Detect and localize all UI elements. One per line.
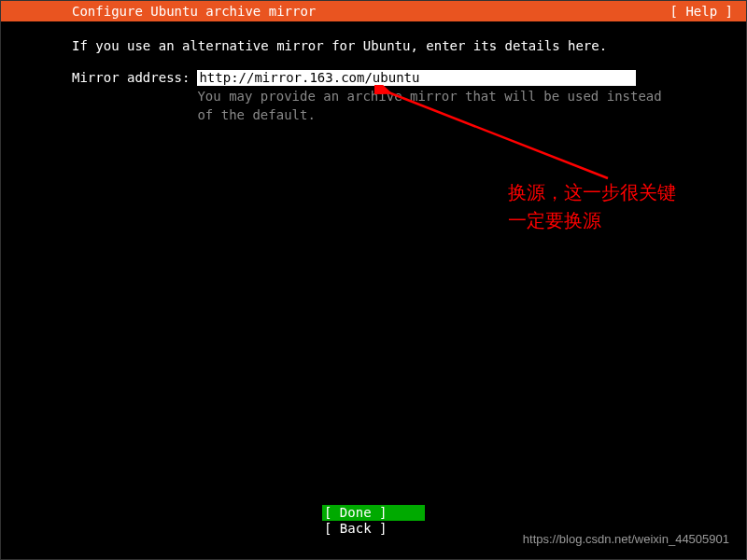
mirror-address-input[interactable]: http://mirror.163.com/ubuntu (197, 70, 636, 86)
mirror-help-text: You may provide an archive mirror that w… (197, 88, 675, 124)
input-container: http://mirror.163.com/ubuntu You may pro… (197, 70, 675, 124)
back-button[interactable]: [ Back ] (322, 521, 425, 537)
header-bar: Configure Ubuntu archive mirror [ Help ] (1, 1, 746, 21)
instruction-text: If you use an alternative mirror for Ubu… (72, 38, 675, 53)
annotation-text: 换源，这一步很关键 一定要换源 (508, 178, 676, 234)
done-button[interactable]: [ Done ] (322, 505, 425, 521)
help-link[interactable]: [ Help ] (670, 4, 733, 19)
annotation-line1: 换源，这一步很关键 (508, 178, 676, 206)
mirror-label: Mirror address: (72, 70, 190, 85)
page-title: Configure Ubuntu archive mirror (72, 4, 316, 19)
button-group: [ Done ] [ Back ] (322, 505, 425, 537)
content-area: If you use an alternative mirror for Ubu… (1, 21, 746, 124)
annotation-line2: 一定要换源 (508, 206, 676, 234)
mirror-form-row: Mirror address: http://mirror.163.com/ub… (72, 70, 675, 124)
watermark: https://blog.csdn.net/weixin_44505901 (523, 532, 729, 546)
